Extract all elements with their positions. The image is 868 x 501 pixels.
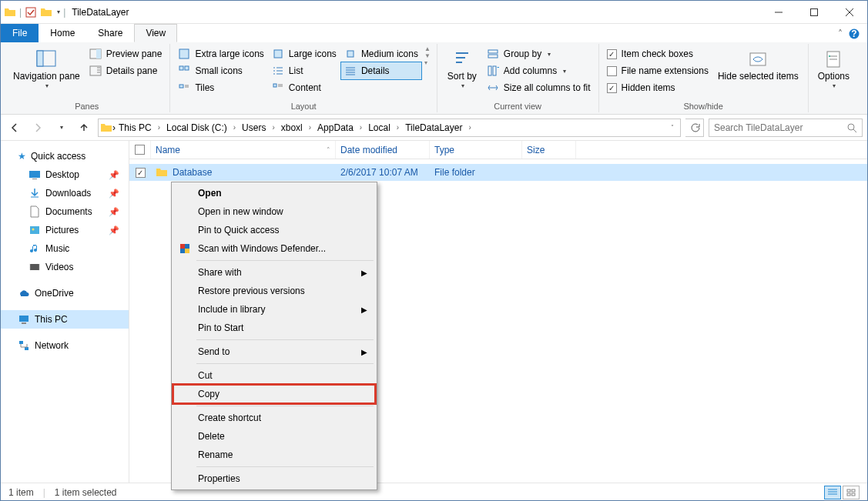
- ctx-delete[interactable]: Delete: [173, 427, 375, 446]
- chevron-down-icon: ▾: [833, 83, 836, 90]
- chevron-right-icon[interactable]: ›: [230, 123, 239, 132]
- navigation-pane-button[interactable]: Navigation pane ▾: [8, 45, 85, 93]
- tab-share[interactable]: Share: [86, 24, 134, 42]
- layout-scroll-down-icon[interactable]: ▼: [424, 52, 431, 59]
- crumb-tiledatalayer[interactable]: TileDataLayer›: [402, 119, 474, 136]
- close-button[interactable]: [832, 1, 867, 24]
- ctx-cut[interactable]: Cut: [173, 366, 375, 385]
- layout-list[interactable]: List: [269, 62, 340, 79]
- ctx-label: Cut: [198, 370, 213, 381]
- ctx-pin-quick-access[interactable]: Pin to Quick access: [173, 221, 375, 239]
- nav-downloads[interactable]: Downloads📌: [1, 184, 129, 202]
- breadcrumb[interactable]: › This PC› Local Disk (C:)› Users› xboxl…: [98, 119, 681, 137]
- layout-large-icons[interactable]: Large icons: [269, 45, 340, 62]
- tab-file[interactable]: File: [1, 24, 39, 42]
- nav-music[interactable]: Music: [1, 239, 129, 258]
- ctx-restore-versions[interactable]: Restore previous versions: [173, 282, 375, 300]
- chevron-right-icon[interactable]: ›: [394, 123, 402, 132]
- nav-videos[interactable]: Videos: [1, 258, 129, 276]
- tab-view[interactable]: View: [134, 24, 177, 42]
- details-pane-button[interactable]: Details pane: [86, 62, 166, 79]
- search-input[interactable]: [709, 119, 863, 137]
- view-details-button[interactable]: [824, 486, 841, 499]
- chevron-right-icon[interactable]: ›: [155, 123, 163, 132]
- qat-dropdown-icon[interactable]: ▾: [57, 8, 60, 15]
- maximize-button[interactable]: [796, 1, 832, 24]
- chevron-right-icon[interactable]: ›: [465, 123, 474, 132]
- ctx-include-library[interactable]: Include in library▶: [173, 300, 375, 319]
- crumb-local[interactable]: Local›: [365, 119, 402, 136]
- options-button[interactable]: Options ▾: [813, 45, 854, 93]
- layout-gallery-expand-icon[interactable]: ▾: [424, 59, 431, 66]
- layout-medium-icons[interactable]: Medium icons: [341, 45, 421, 62]
- ribbon: Navigation pane ▾ Preview pane Details p…: [1, 42, 867, 115]
- layout-small-icons[interactable]: Small icons: [175, 62, 266, 79]
- nav-documents[interactable]: Documents📌: [1, 202, 129, 221]
- ctx-share-with[interactable]: Share with▶: [173, 263, 375, 282]
- hide-selected-button[interactable]: Hide selected items: [713, 45, 803, 85]
- checkbox-checked-icon[interactable]: ✓: [136, 168, 146, 178]
- forward-button[interactable]: [28, 119, 47, 137]
- pin-icon: 📌: [109, 170, 119, 180]
- checkbox-icon[interactable]: [25, 6, 37, 18]
- file-ext-toggle[interactable]: File name extensions: [604, 62, 712, 79]
- help-icon[interactable]: ?: [849, 28, 860, 39]
- cloud-icon: [18, 287, 30, 299]
- header-date[interactable]: Date modified: [336, 141, 430, 159]
- layout-scroll-up-icon[interactable]: ▲: [424, 45, 431, 52]
- svg-rect-29: [30, 264, 39, 270]
- ctx-properties[interactable]: Properties: [173, 469, 375, 488]
- ctx-open[interactable]: Open: [173, 184, 375, 202]
- add-columns-button[interactable]: +Add columns▾: [484, 62, 594, 79]
- address-dropdown-icon[interactable]: ˅: [671, 124, 679, 131]
- item-checkboxes-toggle[interactable]: ✓Item check boxes: [604, 45, 712, 62]
- tab-home[interactable]: Home: [39, 24, 86, 42]
- ctx-send-to[interactable]: Send to▶: [173, 342, 375, 361]
- header-name[interactable]: Name˄: [151, 141, 336, 159]
- table-row[interactable]: ✓ Database 2/6/2017 10:07 AM File folder: [129, 164, 867, 181]
- layout-tiles[interactable]: Tiles: [175, 79, 266, 96]
- back-button[interactable]: [5, 119, 24, 137]
- layout-content[interactable]: Content: [269, 79, 340, 96]
- hidden-items-label: Hidden items: [622, 82, 675, 93]
- layout-xl-icons[interactable]: Extra large icons: [175, 45, 266, 62]
- chevron-right-icon[interactable]: ›: [269, 123, 277, 132]
- nav-thispc[interactable]: This PC: [1, 310, 129, 329]
- header-checkbox[interactable]: [129, 141, 151, 159]
- sort-by-button[interactable]: Sort by ▾: [442, 45, 482, 93]
- group-by-button[interactable]: Group by▾: [484, 45, 594, 62]
- chevron-down-icon: ▾: [45, 83, 49, 90]
- header-type[interactable]: Type: [430, 141, 522, 159]
- up-button[interactable]: [75, 119, 93, 137]
- nav-desktop[interactable]: Desktop📌: [1, 165, 129, 184]
- crumb-c[interactable]: Local Disk (C:)›: [163, 119, 239, 136]
- search-icon[interactable]: [846, 122, 857, 133]
- ctx-open-new-window[interactable]: Open in new window: [173, 202, 375, 221]
- view-large-button[interactable]: [843, 486, 860, 499]
- chevron-right-icon[interactable]: ›: [357, 123, 365, 132]
- nav-onedrive[interactable]: OneDrive: [1, 284, 129, 302]
- size-columns-button[interactable]: Size all columns to fit: [484, 79, 594, 96]
- ctx-rename[interactable]: Rename: [173, 446, 375, 464]
- preview-pane-button[interactable]: Preview pane: [86, 45, 166, 62]
- recent-locations-button[interactable]: ▾: [52, 119, 70, 137]
- crumb-users[interactable]: Users›: [239, 119, 278, 136]
- header-size[interactable]: Size: [522, 141, 576, 159]
- crumb-xboxl[interactable]: xboxl›: [278, 119, 314, 136]
- ctx-pin-start[interactable]: Pin to Start: [173, 319, 375, 337]
- layout-details[interactable]: Details: [341, 62, 421, 79]
- ctx-scan-defender[interactable]: Scan with Windows Defender...: [173, 239, 375, 258]
- ribbon-collapse-icon[interactable]: ˄: [838, 28, 843, 39]
- nav-quick-access[interactable]: ★Quick access: [1, 147, 129, 165]
- ctx-copy[interactable]: Copy: [173, 385, 375, 403]
- hidden-items-toggle[interactable]: ✓Hidden items: [604, 79, 712, 96]
- crumb-thispc[interactable]: This PC›: [116, 119, 163, 136]
- crumb-appdata[interactable]: AppData›: [314, 119, 365, 136]
- refresh-button[interactable]: [685, 119, 704, 137]
- nav-pictures[interactable]: Pictures📌: [1, 221, 129, 239]
- minimize-button[interactable]: [761, 1, 796, 24]
- nav-network[interactable]: Network: [1, 336, 129, 355]
- search-field[interactable]: [714, 122, 846, 133]
- chevron-right-icon[interactable]: ›: [306, 123, 314, 132]
- ctx-create-shortcut[interactable]: Create shortcut: [173, 409, 375, 427]
